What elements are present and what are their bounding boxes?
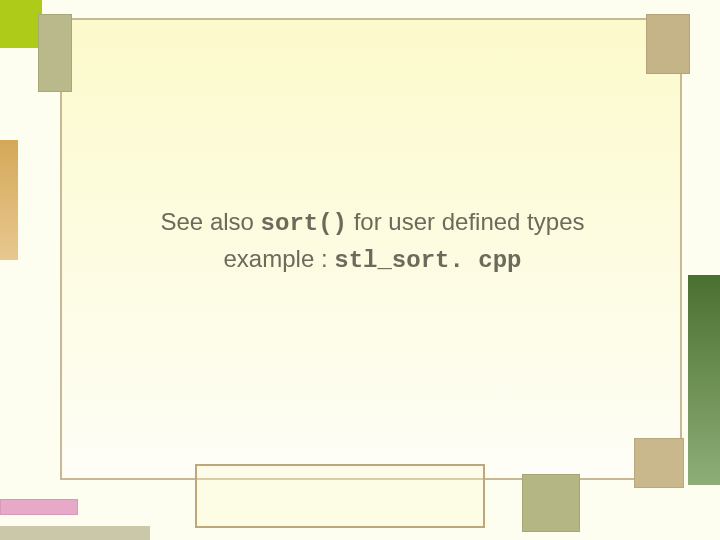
decor-lime-top-left	[0, 0, 42, 48]
decor-olive-top-left	[38, 14, 72, 92]
decor-gray-bottom-left	[0, 526, 150, 540]
decor-box-bottom-center	[195, 464, 485, 528]
line1-prefix: See also	[161, 208, 261, 235]
inline-code-sort: sort()	[261, 210, 347, 237]
decor-tan-bottom-right	[634, 438, 684, 488]
text-line-1: See also sort() for user defined types	[70, 205, 675, 242]
slide-text: See also sort() for user defined types e…	[70, 205, 675, 279]
decor-orange-left	[0, 140, 18, 260]
decor-olive-bottom-right	[522, 474, 580, 532]
line2-prefix: example :	[224, 245, 335, 272]
inline-code-filename: stl_sort. cpp	[334, 247, 521, 274]
decor-tan-top-right	[646, 14, 690, 74]
decor-pink-bottom-left	[0, 499, 78, 515]
text-line-2: example : stl_sort. cpp	[70, 242, 675, 279]
line1-suffix: for user defined types	[347, 208, 584, 235]
decor-green-right	[688, 275, 720, 485]
